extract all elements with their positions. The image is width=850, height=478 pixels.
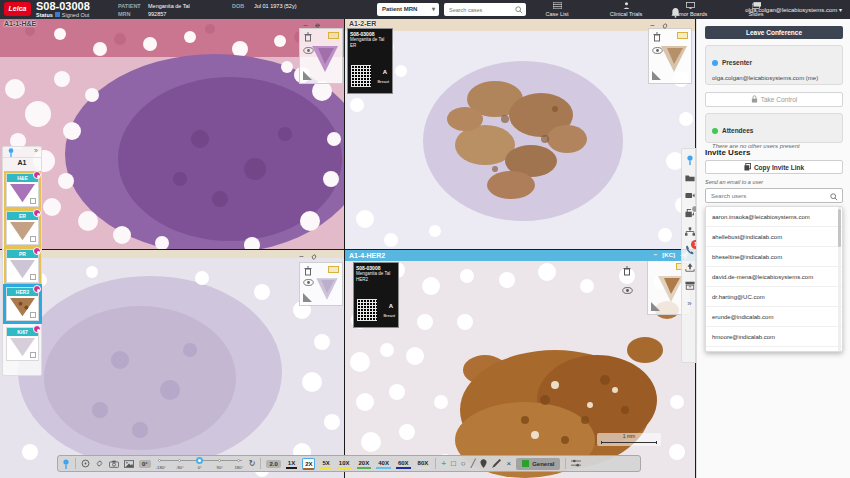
minimize-icon[interactable]: − bbox=[299, 252, 304, 261]
ruler-tool-icon[interactable]: ╱ bbox=[471, 459, 476, 469]
case-search-input[interactable] bbox=[447, 4, 513, 15]
divider bbox=[75, 458, 76, 469]
snapshot-camera-icon[interactable] bbox=[109, 460, 119, 468]
link-sync-icon[interactable] bbox=[661, 22, 669, 30]
viewport-er[interactable]: A1-2-ER − S08-03008 Menganita de Tal ER … bbox=[345, 19, 695, 249]
slide-thumbnail-pr[interactable]: PR bbox=[6, 249, 39, 283]
viewport-controls: − bbox=[303, 21, 322, 30]
rotation-value: 0° bbox=[139, 460, 151, 468]
user-search-input[interactable] bbox=[709, 191, 827, 201]
thumb-checkbox[interactable] bbox=[30, 198, 36, 204]
mag-40x[interactable]: 40X bbox=[376, 458, 391, 469]
annotation-layer-select[interactable]: General bbox=[516, 458, 560, 470]
image-export-icon[interactable] bbox=[124, 460, 134, 468]
take-control-button[interactable]: Take Control bbox=[705, 92, 843, 107]
minimize-icon[interactable]: − bbox=[303, 21, 308, 30]
resize-handle-icon[interactable] bbox=[303, 71, 312, 80]
upload-share-icon[interactable] bbox=[685, 263, 695, 272]
field-of-view-box[interactable] bbox=[328, 32, 339, 39]
pan-tool-icon[interactable]: + bbox=[441, 459, 446, 469]
trash-icon[interactable] bbox=[622, 266, 632, 276]
reset-view-icon[interactable] bbox=[81, 459, 90, 468]
user-list-item[interactable]: erunde@indicalab.com bbox=[706, 307, 842, 327]
nav-clinical-trials[interactable]: Clinical Trials bbox=[600, 2, 652, 17]
mag-20x[interactable]: 20X bbox=[357, 458, 372, 469]
her2-slide-label: S08-03008 Menganita de Tal HER2 A Breast bbox=[353, 262, 399, 328]
mag-10x[interactable]: 10X bbox=[337, 458, 352, 469]
status-value: Signed Out bbox=[62, 12, 90, 18]
scrollbar-thumb[interactable] bbox=[838, 209, 841, 247]
user-list-item[interactable]: david.de-mena@leicabiosystems.com bbox=[706, 267, 842, 287]
dob-label: DOB bbox=[232, 2, 254, 10]
slide-thumbnail-her2[interactable]: HER2 bbox=[6, 287, 39, 321]
link-sync-icon[interactable] bbox=[310, 253, 318, 261]
toolbar-settings-icon[interactable] bbox=[571, 459, 581, 468]
trash-icon[interactable] bbox=[303, 266, 313, 276]
pin-marker-tool-icon[interactable] bbox=[480, 459, 487, 468]
archive-box-icon[interactable] bbox=[685, 281, 695, 290]
resize-handle-icon[interactable] bbox=[651, 302, 660, 311]
link-sync-icon[interactable] bbox=[95, 459, 104, 468]
user-menu[interactable]: olga.colgan@leicabiosystems.com ▾ bbox=[745, 6, 842, 13]
rotate-icon[interactable]: ↻ bbox=[249, 459, 256, 469]
rotation-slider[interactable]: -180° -90° 0° 90° 180° bbox=[156, 457, 244, 470]
active-viewport-bar[interactable]: A1-4-HER2 − [KC] bbox=[345, 250, 695, 261]
ellipse-tool-icon[interactable]: ○ bbox=[461, 459, 466, 469]
field-of-view-box[interactable] bbox=[328, 266, 339, 273]
pin-icon[interactable] bbox=[62, 459, 70, 469]
network-share-icon[interactable] bbox=[685, 227, 695, 236]
pr-overview-panel[interactable] bbox=[299, 262, 343, 306]
layer-color-swatch bbox=[522, 460, 529, 467]
viewport-pr[interactable]: − bbox=[0, 250, 344, 478]
minimize-icon[interactable]: − bbox=[650, 21, 655, 30]
user-list-item[interactable]: hmoore@indicalab.com bbox=[706, 327, 842, 347]
collapse-rail-icon[interactable]: » bbox=[684, 298, 695, 309]
pin-icon[interactable] bbox=[7, 148, 15, 157]
user-list-item[interactable]: ahellebust@indicalab.com bbox=[706, 227, 842, 247]
video-camera-icon[interactable] bbox=[685, 192, 695, 199]
copy-invite-link-button[interactable]: Copy Invite Link bbox=[705, 160, 843, 174]
mag-2x[interactable]: 2X bbox=[302, 458, 315, 470]
pin-icon[interactable] bbox=[686, 155, 694, 165]
search-mode-dropdown[interactable]: Patient MRN▾ bbox=[377, 3, 439, 16]
patient-info: PATIENTMenganita de Tal MRN992857 bbox=[118, 2, 190, 18]
slide-thumbnail-er[interactable]: ER bbox=[6, 211, 39, 245]
eye-icon[interactable] bbox=[303, 279, 314, 286]
folder-icon[interactable] bbox=[685, 174, 695, 182]
rectangle-tool-icon[interactable]: □ bbox=[451, 459, 456, 469]
thumb-checkbox[interactable] bbox=[30, 236, 36, 242]
mag-5x[interactable]: 5X bbox=[320, 458, 331, 469]
notifications-bell-icon[interactable] bbox=[671, 4, 680, 22]
delete-annotation-icon[interactable]: × bbox=[506, 459, 511, 469]
link-sync-icon[interactable] bbox=[314, 22, 322, 30]
thumb-checkbox[interactable] bbox=[30, 274, 36, 280]
pen-tool-icon[interactable] bbox=[492, 459, 501, 468]
he-overview-panel[interactable] bbox=[299, 28, 343, 84]
slider-handle[interactable] bbox=[196, 457, 203, 464]
user-list-item[interactable]: aaron.imaoka@leicabiosystems.com bbox=[706, 207, 842, 227]
leave-conference-button[interactable]: Leave Conference bbox=[705, 26, 843, 39]
user-list-item[interactable]: dr.harting@UC.com bbox=[706, 287, 842, 307]
mag-80x[interactable]: 80X bbox=[416, 458, 431, 469]
nav-case-list[interactable]: Case List bbox=[538, 2, 576, 17]
slide-thumbnail-he[interactable]: H&E bbox=[6, 173, 39, 207]
trash-icon[interactable] bbox=[303, 32, 313, 42]
user-list-item[interactable]: bheseltine@indicalab.com bbox=[706, 247, 842, 267]
field-of-view-box[interactable] bbox=[677, 32, 688, 39]
stain-badge-icon bbox=[33, 247, 41, 255]
resize-handle-icon[interactable] bbox=[303, 293, 312, 302]
mag-1x[interactable]: 1X bbox=[286, 458, 297, 469]
resize-handle-icon[interactable] bbox=[652, 71, 661, 80]
minimize-icon[interactable]: − bbox=[654, 250, 658, 261]
thumb-checkbox[interactable] bbox=[30, 312, 36, 318]
collapse-tray-icon[interactable]: » bbox=[34, 147, 38, 154]
slide-thumbnail-ki67[interactable]: Ki67 bbox=[6, 327, 39, 361]
invite-users-heading: Invite Users bbox=[705, 148, 750, 157]
trash-icon[interactable] bbox=[652, 32, 662, 42]
eye-icon[interactable] bbox=[622, 287, 633, 294]
mag-60x[interactable]: 60X bbox=[396, 458, 411, 469]
viewport-he[interactable]: A1-1-H&E − bbox=[0, 19, 344, 249]
er-overview-panel[interactable] bbox=[648, 28, 692, 84]
label-stain: ER bbox=[350, 43, 390, 49]
thumb-checkbox[interactable] bbox=[30, 352, 36, 358]
